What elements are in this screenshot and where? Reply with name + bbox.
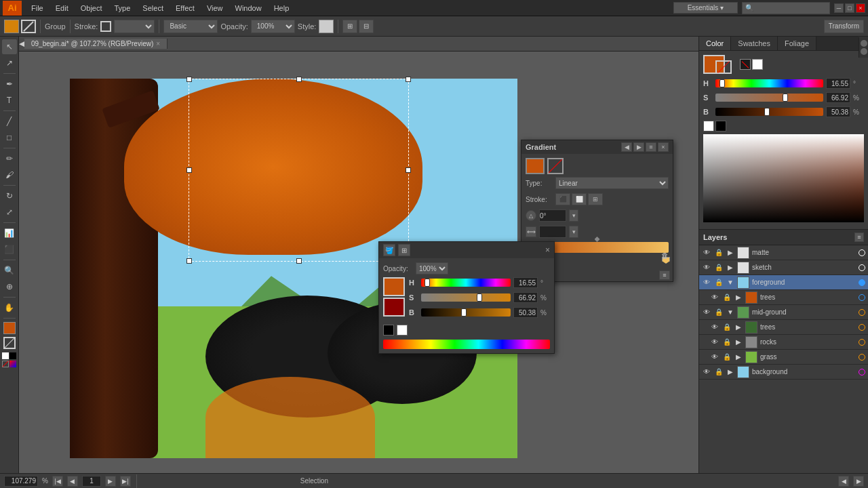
gradient-aspect-input[interactable] [539, 226, 566, 238]
line-tool[interactable]: ╱ [2, 114, 17, 129]
fill-color-btn[interactable] [3, 322, 16, 334]
gradient-angle-dropdown[interactable]: ▾ [569, 209, 578, 222]
rotate-tool[interactable]: ↻ [2, 188, 17, 203]
layer-background[interactable]: 👁 🔒 ▶ background [699, 365, 868, 380]
nav-first-btn[interactable]: |◀ [52, 476, 63, 487]
type-tool[interactable]: T [2, 93, 17, 108]
stroke-swatch[interactable] [21, 20, 36, 33]
transform-btn[interactable]: Transform [824, 20, 864, 33]
b-value-input[interactable] [513, 307, 538, 318]
scale-tool[interactable]: ⤢ [2, 205, 17, 220]
hand-tool[interactable]: ✋ [2, 300, 17, 315]
layer-ftrees-eye[interactable]: 👁 [710, 293, 719, 302]
s-value-input[interactable] [513, 292, 538, 303]
gradient-options-btn[interactable]: ≡ [659, 270, 670, 280]
h-value-input[interactable] [513, 277, 538, 288]
color-popup-main-swatch[interactable] [383, 277, 405, 296]
canvas-tab-item[interactable]: 09_begin.ai* @ 107.27% (RGB/Preview) × [24, 39, 167, 49]
layer-midground-eye[interactable]: 👁 [702, 308, 711, 317]
canvas-tab-close[interactable]: × [156, 40, 160, 47]
none-swatch[interactable] [2, 361, 9, 367]
swatch-white[interactable] [703, 121, 714, 131]
layer-matte-eye[interactable]: 👁 [702, 248, 711, 258]
popup-white-swatch[interactable] [397, 325, 408, 336]
right-h-thumb[interactable] [719, 79, 725, 87]
layer-midground-trees[interactable]: 👁 🔒 ▶ trees [699, 320, 868, 335]
right-b-thumb[interactable] [764, 108, 770, 116]
stroke-weight-select[interactable] [114, 20, 155, 33]
layer-sketch-eye[interactable]: 👁 [702, 263, 711, 272]
layer-ftrees-arrow[interactable]: ▶ [734, 293, 743, 302]
align-btn[interactable]: ⊞ [342, 20, 357, 33]
menu-view[interactable]: View [201, 3, 229, 14]
layer-ftrees-lock[interactable]: 🔒 [722, 293, 732, 302]
direct-select-tool[interactable]: ↗ [2, 56, 17, 70]
fill-swatch[interactable] [4, 20, 19, 33]
layer-sketch-indicator[interactable] [859, 264, 865, 271]
gradient-close-btn[interactable]: × [658, 142, 669, 152]
color-popup-paintbucket-icon[interactable]: 🪣 [383, 244, 395, 256]
layer-foreground-lock[interactable]: 🔒 [714, 278, 724, 287]
blend-mode-select[interactable]: Basic [163, 20, 218, 33]
page-input[interactable] [82, 476, 101, 487]
gradient-reverse-btn[interactable]: ⟺ [526, 226, 536, 237]
stroke-swatch-small[interactable] [100, 21, 111, 32]
tab-left-arrow[interactable]: ◀ [19, 39, 24, 48]
tab-color[interactable]: Color [699, 37, 731, 50]
stroke-btn-2[interactable]: ⬜ [572, 193, 587, 205]
gradient-type-select[interactable]: Linear Radial [555, 177, 669, 189]
right-b-input[interactable] [826, 106, 850, 117]
close-btn[interactable]: × [856, 3, 865, 13]
chart-tool[interactable]: ⬛ [2, 242, 17, 257]
layer-foreground[interactable]: 👁 🔒 ▼ foreground [699, 275, 868, 290]
gradient-aspect-dropdown[interactable]: ▾ [569, 226, 578, 238]
gradient-swatch[interactable] [9, 361, 16, 367]
layer-rocks-indicator[interactable] [859, 339, 865, 346]
s-slider-track[interactable] [421, 293, 511, 302]
right-s-input[interactable] [826, 92, 850, 103]
graph-tool[interactable]: 📊 [2, 226, 17, 241]
b-slider-thumb[interactable] [461, 308, 467, 317]
layer-matte-arrow[interactable]: ▶ [726, 248, 734, 258]
color-white-btn[interactable] [752, 59, 763, 70]
h-slider-track[interactable] [421, 279, 511, 287]
layer-rocks-lock[interactable]: 🔒 [722, 338, 732, 347]
swatch-black[interactable] [715, 121, 726, 131]
layer-grass-indicator[interactable] [859, 354, 865, 361]
layer-rocks-arrow[interactable]: ▶ [734, 338, 743, 347]
style-swatch[interactable] [319, 20, 334, 33]
layer-mtrees-eye[interactable]: 👁 [710, 323, 719, 332]
color-popup-opacity-select[interactable]: 100% [416, 262, 448, 274]
layer-ftrees-indicator[interactable] [859, 294, 865, 301]
layer-matte-indicator[interactable] [859, 249, 865, 256]
color-popup-close[interactable]: × [545, 245, 550, 255]
opacity-select[interactable]: 100% [251, 20, 295, 33]
layer-sketch-arrow[interactable]: ▶ [726, 263, 734, 272]
nav-prev-btn[interactable]: ◀ [67, 476, 78, 487]
gradient-prev-btn[interactable]: ◀ [621, 142, 632, 152]
layer-background-arrow[interactable]: ▶ [726, 367, 734, 377]
layer-midground-lock[interactable]: 🔒 [714, 308, 724, 317]
layer-foreground-trees[interactable]: 👁 🔒 ▶ trees [699, 290, 868, 305]
layers-options-btn[interactable]: ≡ [854, 232, 864, 242]
color-popup-stroke-swatch[interactable] [383, 298, 405, 317]
layer-grass-lock[interactable]: 🔒 [722, 352, 732, 362]
layer-matte-lock[interactable]: 🔒 [714, 248, 724, 258]
layer-grass[interactable]: 👁 🔒 ▶ grass [699, 350, 868, 365]
stroke-color-indicator[interactable] [715, 60, 732, 74]
maximize-btn[interactable]: □ [845, 3, 854, 13]
menu-select[interactable]: Select [137, 3, 169, 14]
menu-file[interactable]: File [26, 3, 49, 14]
layer-mtrees-lock[interactable]: 🔒 [722, 323, 732, 332]
distribute-btn[interactable]: ⊟ [359, 20, 374, 33]
layer-midground-indicator[interactable] [859, 309, 865, 316]
stroke-btn-1[interactable]: ⬛ [555, 193, 570, 205]
layer-matte[interactable]: 👁 🔒 ▶ matte [699, 245, 868, 260]
bottom-nav-left[interactable]: ◀ [838, 476, 849, 487]
b-slider-track[interactable] [421, 308, 511, 317]
layer-rocks-eye[interactable]: 👁 [710, 338, 719, 347]
black-swatch[interactable] [9, 352, 16, 359]
canvas-content[interactable]: Gradient ◀ ▶ ≡ × [19, 52, 698, 487]
layer-midground[interactable]: 👁 🔒 ▼ mid-ground [699, 305, 868, 320]
menu-help[interactable]: Help [269, 3, 295, 14]
